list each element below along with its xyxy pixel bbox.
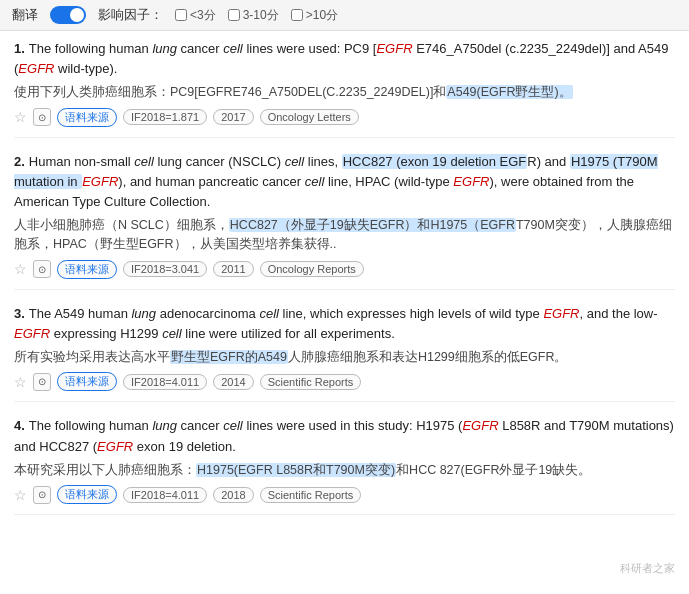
chinese-highlighted-text: H1975(EGFR L858R和T790M突变): [196, 463, 396, 477]
egfr-term: EGFR: [453, 174, 489, 189]
normal-text: The following human: [29, 41, 153, 56]
result-number: 4.: [14, 418, 25, 433]
copy-icon[interactable]: ⊙: [33, 260, 51, 278]
year-tag[interactable]: 2011: [213, 261, 253, 277]
action-bar-2: ☆⊙语料来源IF2018=3.0412011Oncology Reports: [14, 260, 675, 279]
chinese-normal-text: 和HCC 827(EGFR外显子19缺失。: [396, 463, 591, 477]
italic-term: lung: [152, 41, 177, 56]
egfr-term: EGFR: [18, 61, 54, 76]
result-chinese-1: 使用下列人类肺癌细胞系：PC9[EGFRE746_A750DEL(C.2235_…: [14, 83, 675, 102]
italic-term: cell: [223, 41, 243, 56]
italic-term: cell: [162, 326, 182, 341]
normal-text: lines were used in this study: H1975 (: [243, 418, 463, 433]
toggle-thumb: [70, 8, 84, 22]
normal-text: cancer: [177, 418, 223, 433]
filter-lt3[interactable]: <3分: [175, 7, 216, 24]
italic-term: cell: [223, 418, 243, 433]
normal-text: lung cancer (NSCLC): [154, 154, 285, 169]
translate-toggle[interactable]: [50, 6, 86, 24]
chinese-highlighted-text: HCC827（外显子19缺失EGFR）和H1975（EGFR: [229, 218, 516, 232]
star-icon[interactable]: ☆: [14, 374, 27, 390]
if-tag[interactable]: IF2018=3.041: [123, 261, 207, 277]
normal-text: The following human: [29, 418, 153, 433]
copy-icon[interactable]: ⊙: [33, 373, 51, 391]
year-tag[interactable]: 2018: [213, 487, 253, 503]
source-tag[interactable]: 语料来源: [57, 372, 117, 391]
italic-term: lung: [152, 418, 177, 433]
results-container: 1.The following human lung cancer cell l…: [0, 31, 689, 537]
journal-tag[interactable]: Oncology Letters: [260, 109, 359, 125]
if-tag[interactable]: IF2018=4.011: [123, 487, 207, 503]
action-bar-1: ☆⊙语料来源IF2018=1.8712017Oncology Letters: [14, 108, 675, 127]
normal-text: R) and: [527, 154, 570, 169]
year-tag[interactable]: 2014: [213, 374, 253, 390]
result-item-2: 2.Human non-small cell lung cancer (NSCL…: [14, 152, 675, 290]
result-number: 1.: [14, 41, 25, 56]
translate-label: 翻译: [12, 6, 38, 24]
egfr-term: EGFR: [14, 326, 50, 341]
chinese-highlighted-text: A549(EGFR野生型)。: [446, 85, 572, 99]
journal-tag[interactable]: Scientific Reports: [260, 487, 362, 503]
normal-text: lines,: [304, 154, 342, 169]
if-tag[interactable]: IF2018=4.011: [123, 374, 207, 390]
italic-term: lung: [131, 306, 156, 321]
result-english-3: 3.The A549 human lung adenocarcinoma cel…: [14, 304, 675, 344]
chinese-normal-text: 所有实验均采用表达高水平: [14, 350, 170, 364]
italic-term: cell: [305, 174, 325, 189]
result-item-4: 4.The following human lung cancer cell l…: [14, 416, 675, 515]
normal-text: adenocarcinoma: [156, 306, 259, 321]
egfr-term: EGFR: [97, 439, 133, 454]
result-item-1: 1.The following human lung cancer cell l…: [14, 39, 675, 138]
if-tag[interactable]: IF2018=1.871: [123, 109, 207, 125]
journal-tag[interactable]: Oncology Reports: [260, 261, 364, 277]
normal-text: The A549 human: [29, 306, 132, 321]
star-icon[interactable]: ☆: [14, 109, 27, 125]
filter-3-10[interactable]: 3-10分: [228, 7, 279, 24]
result-number: 2.: [14, 154, 25, 169]
copy-icon[interactable]: ⊙: [33, 486, 51, 504]
italic-term: cell: [134, 154, 154, 169]
star-icon[interactable]: ☆: [14, 261, 27, 277]
action-bar-3: ☆⊙语料来源IF2018=4.0112014Scientific Reports: [14, 372, 675, 391]
chinese-normal-text: 人非小细胞肺癌（N SCLC）细胞系，: [14, 218, 229, 232]
filter-lt3-checkbox[interactable]: [175, 9, 187, 21]
egfr-term: EGFR: [82, 174, 118, 189]
highlighted-text: HCC827 (exon 19 deletion EGF: [342, 154, 528, 169]
toggle-track: [50, 6, 86, 24]
result-english-1: 1.The following human lung cancer cell l…: [14, 39, 675, 79]
egfr-term: EGFR: [462, 418, 498, 433]
chinese-normal-text: 人肺腺癌细胞系和表达H1299细胞系的低EGFR。: [288, 350, 568, 364]
source-tag[interactable]: 语料来源: [57, 260, 117, 279]
star-icon[interactable]: ☆: [14, 487, 27, 503]
filter-gt10[interactable]: >10分: [291, 7, 338, 24]
result-english-4: 4.The following human lung cancer cell l…: [14, 416, 675, 456]
result-english-2: 2.Human non-small cell lung cancer (NSCL…: [14, 152, 675, 212]
result-chinese-2: 人非小细胞肺癌（N SCLC）细胞系，HCC827（外显子19缺失EGFR）和H…: [14, 216, 675, 255]
egfr-term: EGFR: [376, 41, 412, 56]
chinese-normal-text: 使用下列人类肺癌细胞系：PC9[EGFRE746_A750DEL(C.2235_…: [14, 85, 446, 99]
year-tag[interactable]: 2017: [213, 109, 253, 125]
journal-tag[interactable]: Scientific Reports: [260, 374, 362, 390]
action-bar-4: ☆⊙语料来源IF2018=4.0112018Scientific Reports: [14, 485, 675, 504]
italic-term: cell: [285, 154, 305, 169]
normal-text: line, HPAC (wild-type: [324, 174, 453, 189]
result-number: 3.: [14, 306, 25, 321]
filter-gt10-checkbox[interactable]: [291, 9, 303, 21]
copy-icon[interactable]: ⊙: [33, 108, 51, 126]
filter-3-10-checkbox[interactable]: [228, 9, 240, 21]
result-item-3: 3.The A549 human lung adenocarcinoma cel…: [14, 304, 675, 403]
normal-text: cancer: [177, 41, 223, 56]
impact-factor-label: 影响因子：: [98, 6, 163, 24]
normal-text: Human non-small: [29, 154, 135, 169]
result-chinese-3: 所有实验均采用表达高水平野生型EGFR的A549人肺腺癌细胞系和表达H1299细…: [14, 348, 675, 367]
normal-text: , and the low-: [580, 306, 658, 321]
normal-text: wild-type).: [54, 61, 117, 76]
result-chinese-4: 本研究采用以下人肺癌细胞系：H1975(EGFR L858R和T790M突变)和…: [14, 461, 675, 480]
source-tag[interactable]: 语料来源: [57, 108, 117, 127]
source-tag[interactable]: 语料来源: [57, 485, 117, 504]
egfr-term: EGFR: [543, 306, 579, 321]
normal-text: line were utilized for all experiments.: [182, 326, 395, 341]
normal-text: line, which expresses high levels of wil…: [279, 306, 543, 321]
watermark: 科研者之家: [620, 561, 675, 576]
italic-term: cell: [259, 306, 279, 321]
